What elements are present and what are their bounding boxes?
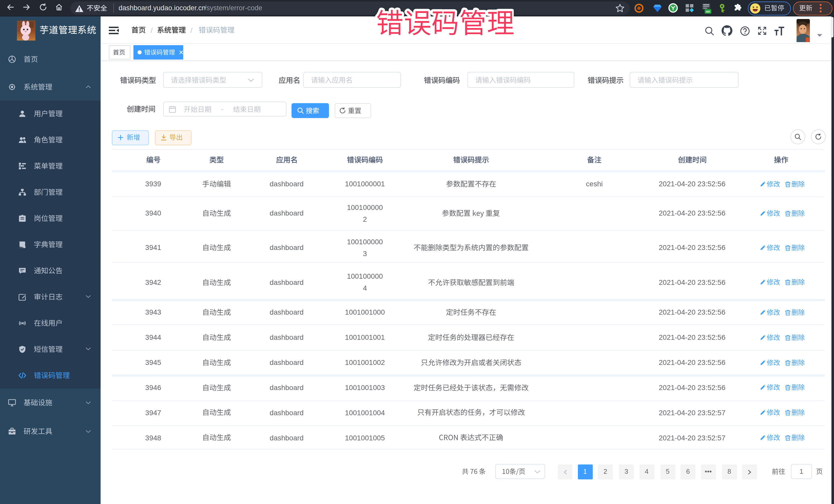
svg-text:on: on [706, 9, 710, 13]
